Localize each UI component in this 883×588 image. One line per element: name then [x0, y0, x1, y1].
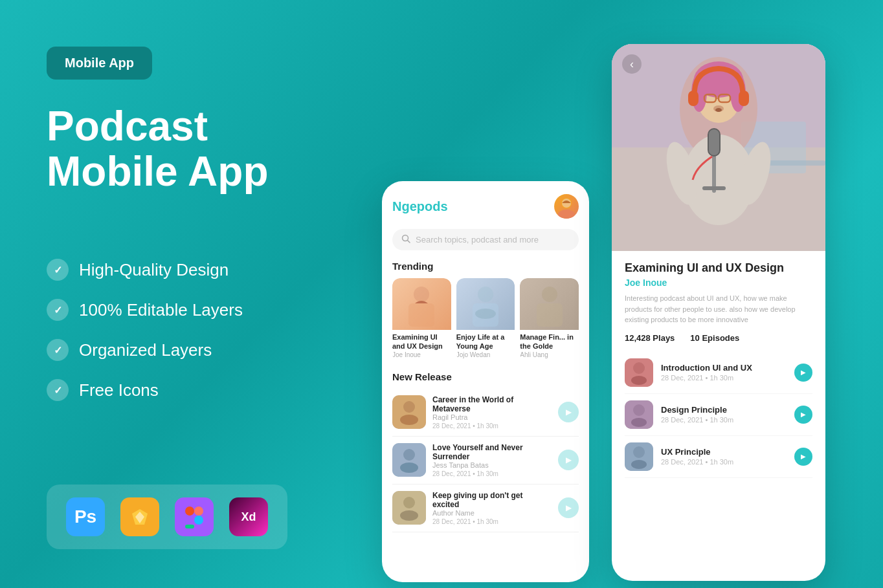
- release-thumb-2: [392, 443, 426, 477]
- release-info-2: Love Yourself and Never Surrender Jess T…: [432, 443, 552, 477]
- release-thumb-3: [392, 491, 426, 525]
- adobe-xd-icon: Xd: [229, 497, 268, 536]
- svg-point-15: [478, 287, 493, 302]
- feature-item: 100% Editable Layers: [47, 299, 243, 321]
- svg-rect-3: [185, 506, 194, 516]
- svg-point-24: [403, 449, 415, 461]
- figma-icon: [175, 497, 214, 536]
- episode-thumb-2: [625, 400, 653, 429]
- podcast-hero-image: ‹: [612, 44, 825, 251]
- svg-point-21: [403, 401, 415, 413]
- episode-play-button-3[interactable]: ▶: [794, 448, 812, 466]
- check-icon: [47, 299, 69, 321]
- release-info-1: Career in the World of Metaverse Ragil P…: [432, 395, 552, 430]
- user-avatar[interactable]: [554, 194, 579, 219]
- episode-thumb-1: [625, 358, 653, 387]
- podcast-author: Joe Inoue: [625, 278, 812, 288]
- feature-item: Organized Layers: [47, 339, 243, 361]
- trending-card-title-1: Examining UI and UX Design: [392, 332, 451, 351]
- svg-point-59: [633, 446, 645, 458]
- release-item-1[interactable]: Career in the World of Metaverse Ragil P…: [392, 389, 579, 437]
- check-icon: [47, 259, 69, 281]
- episode-info-1: Introduction UI and UX 28 Dec, 2021 • 1h…: [661, 363, 787, 382]
- tools-bar: Ps Xd: [47, 485, 287, 549]
- check-icon: [47, 339, 69, 361]
- svg-point-28: [400, 510, 418, 521]
- mobile-app-badge: Mobile App: [47, 47, 152, 80]
- trending-card-author-3: Ahli Uang: [520, 351, 579, 358]
- trending-card-image-1: [392, 278, 451, 330]
- episode-item-2[interactable]: Design Principle 28 Dec, 2021 • 1h 30m ▶: [625, 394, 812, 436]
- svg-point-22: [400, 415, 418, 425]
- svg-point-9: [558, 210, 575, 219]
- phone-screen-1: Ngepods Search topics, podcast and more …: [382, 181, 589, 582]
- release-item-2[interactable]: Love Yourself and Never Surrender Jess T…: [392, 437, 579, 485]
- svg-point-13: [414, 287, 429, 302]
- episode-thumb-3: [625, 442, 653, 471]
- search-bar[interactable]: Search topics, podcast and more: [392, 229, 579, 250]
- trending-card-1[interactable]: Examining UI and UX Design Joe Inoue: [392, 278, 451, 361]
- trending-card-3[interactable]: Manage Fin... in the Golde Ahli Uang: [520, 278, 579, 361]
- episodes-list: Introduction UI and UX 28 Dec, 2021 • 1h…: [625, 352, 812, 478]
- play-button-1[interactable]: ▶: [558, 402, 579, 422]
- svg-rect-47: [702, 186, 726, 190]
- play-button-2[interactable]: ▶: [558, 450, 579, 470]
- episode-info-2: Design Principle 28 Dec, 2021 • 1h 30m: [661, 405, 787, 424]
- svg-line-12: [408, 241, 410, 243]
- photoshop-icon: Ps: [66, 497, 105, 536]
- release-thumb-1: [392, 395, 426, 429]
- trending-card-author-1: Joe Inoue: [392, 351, 451, 358]
- svg-rect-41: [688, 91, 699, 106]
- svg-point-54: [631, 376, 647, 385]
- release-item-3[interactable]: Keep giving up don't get excited Author …: [392, 485, 579, 532]
- trending-cards-row: Examining UI and UX Design Joe Inoue Enj…: [392, 278, 579, 361]
- app-name: Ngepods: [392, 199, 448, 214]
- sketch-icon: [120, 497, 159, 536]
- trending-card-2[interactable]: Enjoy Life at a Young Age Jojo Wedan: [456, 278, 515, 361]
- trending-card-image-2: [456, 278, 515, 330]
- podcast-description: Interesting podcast about UI and UX, how…: [625, 293, 812, 325]
- svg-point-27: [403, 497, 415, 508]
- trending-card-title-3: Manage Fin... in the Golde: [520, 332, 579, 351]
- podcast-detail-content: Examining UI and UX Design Joe Inoue Int…: [612, 251, 825, 488]
- svg-point-25: [400, 463, 418, 473]
- hero-title: Podcast Mobile App: [47, 103, 268, 195]
- trending-card-image-3: [520, 278, 579, 330]
- feature-item: High-Quality Design: [47, 259, 243, 281]
- svg-rect-49: [709, 129, 719, 155]
- svg-point-57: [631, 418, 647, 427]
- svg-rect-14: [408, 303, 434, 327]
- svg-point-60: [631, 460, 647, 469]
- svg-rect-5: [185, 516, 194, 525]
- play-button-3[interactable]: ▶: [558, 497, 579, 518]
- podcast-title: Examining UI and UX Design: [625, 261, 812, 275]
- svg-point-56: [633, 404, 645, 416]
- search-placeholder: Search topics, podcast and more: [416, 235, 539, 245]
- episodes-stat: 10 Episodes: [690, 333, 739, 343]
- release-info-3: Keep giving up don't get excited Author …: [432, 491, 552, 525]
- podcast-stats: 12,428 Plays 10 Episodes: [625, 333, 812, 343]
- svg-rect-42: [739, 91, 749, 106]
- features-list: High-Quality Design 100% Editable Layers…: [47, 259, 243, 419]
- episode-play-button-1[interactable]: ▶: [794, 364, 812, 382]
- back-button[interactable]: ‹: [622, 54, 642, 74]
- search-icon: [401, 234, 410, 245]
- svg-rect-4: [194, 506, 203, 516]
- trending-card-author-2: Jojo Wedan: [456, 351, 515, 358]
- check-icon: [47, 379, 69, 401]
- svg-rect-6: [194, 516, 203, 525]
- new-release-section-title: New Release: [392, 371, 579, 382]
- feature-item: Free Icons: [47, 379, 243, 401]
- episode-play-button-2[interactable]: ▶: [794, 406, 812, 424]
- episode-item-1[interactable]: Introduction UI and UX 28 Dec, 2021 • 1h…: [625, 352, 812, 394]
- plays-stat: 12,428 Plays: [625, 333, 675, 343]
- episode-info-3: UX Principle 28 Dec, 2021 • 1h 30m: [661, 447, 787, 466]
- trending-section-title: Trending: [392, 261, 579, 272]
- trending-card-title-2: Enjoy Life at a Young Age: [456, 332, 515, 351]
- phone-screen-2: ‹ Examining UI and UX Design Joe Inoue I…: [612, 44, 825, 581]
- svg-point-18: [542, 287, 557, 302]
- svg-rect-7: [185, 525, 194, 528]
- episode-item-3[interactable]: UX Principle 28 Dec, 2021 • 1h 30m ▶: [625, 436, 812, 478]
- svg-rect-19: [537, 303, 563, 327]
- svg-point-17: [475, 309, 496, 319]
